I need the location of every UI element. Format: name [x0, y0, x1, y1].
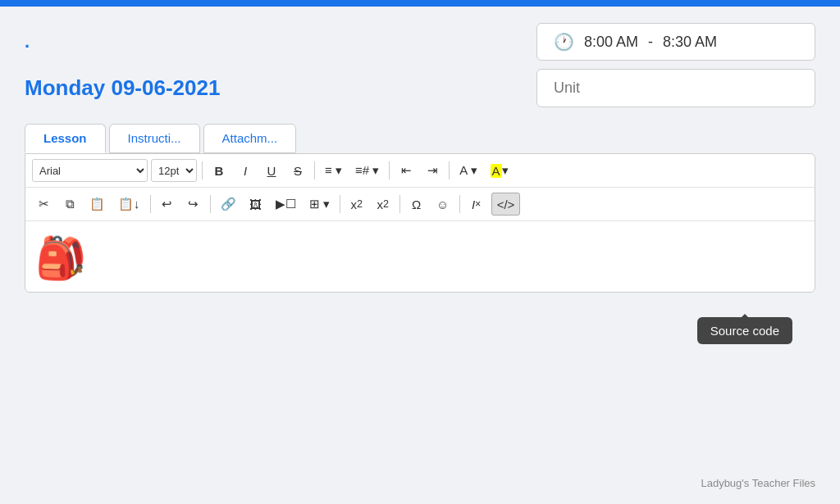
table-button[interactable]: ⊞ ▾: [304, 193, 335, 216]
tab-attachments[interactable]: Attachm...: [203, 124, 297, 153]
undo-button[interactable]: ↩: [156, 193, 179, 216]
dot-link[interactable]: .: [25, 31, 30, 52]
divider-6: [210, 195, 211, 213]
source-code-button[interactable]: </>: [491, 193, 521, 216]
ordered-list-button[interactable]: ≡# ▾: [350, 159, 384, 182]
divider-9: [459, 195, 460, 213]
tab-lesson[interactable]: Lesson: [25, 124, 106, 153]
time-picker[interactable]: 🕐 8:00 AM - 8:30 AM: [536, 23, 815, 61]
divider-1: [202, 161, 203, 179]
divider-5: [150, 195, 151, 213]
divider-7: [340, 195, 340, 213]
backpack-emoji: 🎒: [35, 234, 86, 282]
toolbar-row2: ✂ ⧉ 📋 📋↓ ↩ ↪ 🔗 🖼 ▶☐ ⊞ ▾ x2 x2 Ω ☺ I× </>: [25, 188, 815, 221]
top-bar: [0, 0, 840, 7]
image-button[interactable]: 🖼: [244, 193, 267, 216]
unit-input[interactable]: [536, 69, 815, 107]
source-code-tooltip: Source code: [697, 317, 792, 344]
date-heading: Monday 09-06-2021: [25, 75, 220, 101]
copy-button[interactable]: ⧉: [58, 193, 81, 216]
font-family-select[interactable]: Arial Times New Roman Courier New: [32, 159, 148, 182]
emoji-button[interactable]: ☺: [431, 193, 454, 216]
font-color-button[interactable]: A ▾: [454, 159, 482, 182]
divider-2: [314, 161, 315, 179]
tabs-row: Lesson Instructi... Attachm...: [25, 124, 815, 153]
editor-container: Arial Times New Roman Courier New 12pt 1…: [25, 153, 815, 293]
time-start: 8:00 AM: [584, 34, 638, 51]
paste-plain-button[interactable]: 📋↓: [113, 193, 145, 216]
footer-text: Ladybug's Teacher Files: [701, 477, 815, 489]
indent-button[interactable]: ⇥: [421, 159, 444, 182]
toolbar-row1: Arial Times New Roman Courier New 12pt 1…: [25, 154, 815, 188]
font-size-select[interactable]: 12pt 10pt 14pt 16pt: [151, 159, 197, 182]
divider-3: [389, 161, 390, 179]
redo-button[interactable]: ↪: [182, 193, 205, 216]
paste-button[interactable]: 📋: [84, 193, 110, 216]
clock-icon: 🕐: [554, 32, 574, 52]
time-separator: -: [648, 34, 653, 51]
subscript-button[interactable]: x2: [345, 193, 368, 216]
cut-button[interactable]: ✂: [32, 193, 55, 216]
bold-button[interactable]: B: [208, 159, 231, 182]
unordered-list-button[interactable]: ≡ ▾: [320, 159, 347, 182]
time-end: 8:30 AM: [663, 34, 717, 51]
clear-format-button[interactable]: I×: [465, 193, 488, 216]
special-chars-button[interactable]: Ω: [405, 193, 428, 216]
superscript-button[interactable]: x2: [372, 193, 395, 216]
strikethrough-button[interactable]: S: [286, 159, 309, 182]
tab-instructions[interactable]: Instructi...: [109, 124, 200, 153]
divider-8: [399, 195, 400, 213]
highlight-color-button[interactable]: A ▾: [486, 159, 514, 182]
video-button[interactable]: ▶☐: [271, 193, 301, 216]
divider-4: [449, 161, 450, 179]
link-button[interactable]: 🔗: [216, 193, 241, 216]
editor-body[interactable]: 🎒: [25, 221, 815, 292]
italic-button[interactable]: I: [234, 159, 257, 182]
underline-button[interactable]: U: [260, 159, 283, 182]
outdent-button[interactable]: ⇤: [395, 159, 418, 182]
